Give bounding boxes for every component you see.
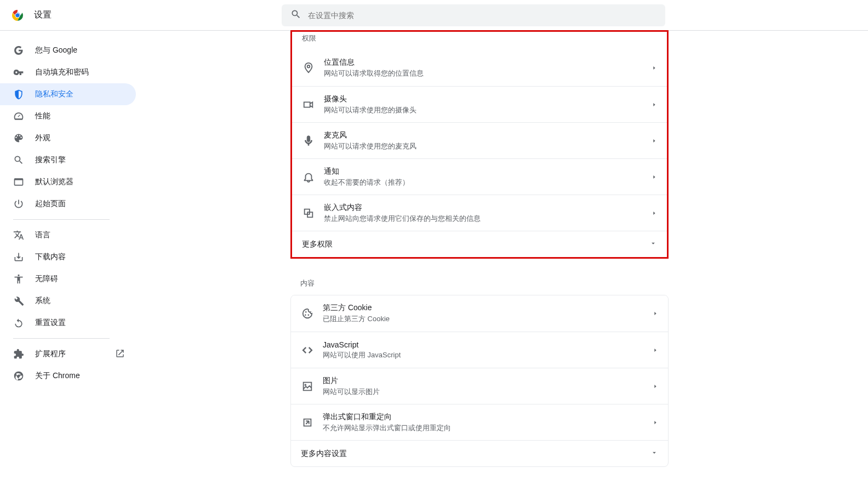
chevron-down-icon: [649, 240, 657, 249]
app-header: 设置: [0, 0, 868, 31]
nav-label: 语言: [35, 230, 50, 240]
sidebar-item-downloads[interactable]: 下载内容: [0, 246, 136, 268]
nav-label: 外观: [35, 133, 50, 143]
more-permissions-expand[interactable]: 更多权限: [292, 231, 667, 257]
permissions-section-highlighted: 权限 位置信息 网站可以请求取得您的位置信息 摄像头 网站可以请求使用您的摄像头: [290, 30, 669, 259]
nav-label: 您与 Google: [35, 45, 77, 55]
embedded-content-icon: [302, 207, 315, 220]
chevron-right-icon: [653, 418, 658, 427]
sidebar-item-appearance[interactable]: 外观: [0, 127, 136, 149]
location-pin-icon: [302, 61, 315, 75]
setting-third-party-cookie[interactable]: 第三方 Cookie 已阻止第三方 Cookie: [291, 295, 668, 332]
setting-microphone[interactable]: 麦克风 网站可以请求使用您的麦克风: [292, 122, 667, 158]
power-icon: [13, 198, 24, 209]
permissions-header: 权限: [292, 32, 667, 50]
svg-point-6: [308, 315, 309, 316]
row-title: 图片: [323, 376, 653, 386]
main-content: 权限 位置信息 网站可以请求取得您的位置信息 摄像头 网站可以请求使用您的摄像头: [142, 31, 868, 496]
nav-label: 系统: [35, 296, 50, 306]
row-subtitle: 网站可以使用 JavaScript: [323, 350, 653, 360]
sidebar-item-search-engine[interactable]: 搜索引擎: [0, 149, 136, 171]
accessibility-icon: [13, 273, 24, 284]
nav-label: 隐私和安全: [35, 89, 73, 99]
svg-point-4: [305, 311, 306, 312]
expand-label: 更多内容设置: [301, 449, 347, 459]
more-content-expand[interactable]: 更多内容设置: [291, 440, 668, 466]
nav-label: 关于 Chrome: [35, 371, 80, 381]
chrome-logo-icon: [11, 9, 24, 22]
row-subtitle: 网站可以请求使用您的摄像头: [324, 105, 652, 115]
cookie-icon: [301, 307, 314, 320]
svg-point-2: [16, 13, 20, 17]
nav-label: 起始页面: [35, 199, 66, 209]
chevron-right-icon: [653, 309, 658, 318]
row-subtitle: 网站可以显示图片: [323, 387, 653, 397]
sidebar-item-extensions[interactable]: 扩展程序: [0, 343, 136, 365]
row-title: 摄像头: [324, 94, 652, 104]
sidebar-nav: 您与 Google 自动填充和密码 隐私和安全 性能 外观 搜索引擎 默认浏览器: [0, 31, 142, 496]
browser-icon: [13, 176, 24, 187]
sidebar-item-about[interactable]: 关于 Chrome: [0, 365, 136, 387]
nav-label: 搜索引擎: [35, 155, 66, 165]
extension-icon: [13, 349, 24, 360]
wrench-icon: [13, 295, 24, 306]
chrome-icon: [13, 370, 24, 381]
sidebar-item-accessibility[interactable]: 无障碍: [0, 268, 136, 290]
microphone-icon: [302, 134, 315, 147]
bell-icon: [302, 170, 315, 184]
shield-icon: [13, 89, 24, 100]
camera-icon: [302, 98, 315, 111]
row-subtitle: 网站可以请求使用您的麦克风: [324, 141, 652, 151]
nav-divider: [13, 219, 110, 220]
search-icon: [13, 155, 24, 166]
nav-divider: [13, 338, 110, 339]
nav-label: 无障碍: [35, 274, 58, 284]
sidebar-item-performance[interactable]: 性能: [0, 105, 136, 127]
row-title: 弹出式窗口和重定向: [323, 412, 653, 422]
search-box[interactable]: [282, 4, 665, 26]
setting-javascript[interactable]: JavaScript 网站可以使用 JavaScript: [291, 332, 668, 368]
chevron-right-icon: [652, 100, 657, 109]
chevron-right-icon: [653, 382, 658, 391]
nav-label: 自动填充和密码: [35, 67, 89, 77]
search-input[interactable]: [308, 11, 656, 20]
row-title: 第三方 Cookie: [323, 303, 653, 313]
expand-label: 更多权限: [302, 240, 333, 249]
image-icon: [301, 380, 314, 393]
sidebar-item-you-and-google[interactable]: 您与 Google: [0, 39, 136, 61]
speedometer-icon: [13, 111, 24, 122]
svg-point-3: [307, 65, 310, 68]
chevron-right-icon: [652, 136, 657, 145]
sidebar-item-startup[interactable]: 起始页面: [0, 193, 136, 215]
row-title: 通知: [324, 167, 652, 176]
download-icon: [13, 252, 24, 263]
setting-images[interactable]: 图片 网站可以显示图片: [291, 368, 668, 404]
chevron-right-icon: [652, 64, 657, 72]
sidebar-item-languages[interactable]: 语言: [0, 224, 136, 246]
row-subtitle: 收起不需要的请求（推荐）: [324, 178, 652, 187]
translate-icon: [13, 230, 24, 241]
sidebar-item-default-browser[interactable]: 默认浏览器: [0, 171, 136, 193]
popup-icon: [301, 416, 314, 429]
code-icon: [301, 344, 314, 357]
setting-location[interactable]: 位置信息 网站可以请求取得您的位置信息: [292, 50, 667, 86]
setting-popups[interactable]: 弹出式窗口和重定向 不允许网站显示弹出式窗口或使用重定向: [291, 404, 668, 440]
nav-label: 默认浏览器: [35, 177, 73, 187]
nav-label: 重置设置: [35, 318, 66, 328]
sidebar-item-privacy[interactable]: 隐私和安全: [0, 83, 136, 105]
google-g-icon: [13, 45, 24, 56]
row-title: JavaScript: [323, 340, 653, 349]
row-title: 嵌入式内容: [324, 203, 652, 213]
sidebar-item-reset[interactable]: 重置设置: [0, 312, 136, 334]
svg-point-5: [305, 315, 306, 316]
key-icon: [13, 67, 24, 78]
row-title: 麦克风: [324, 130, 652, 140]
sidebar-item-autofill[interactable]: 自动填充和密码: [0, 61, 136, 83]
setting-notifications[interactable]: 通知 收起不需要的请求（推荐）: [292, 158, 667, 195]
sidebar-item-system[interactable]: 系统: [0, 290, 136, 312]
row-subtitle: 不允许网站显示弹出式窗口或使用重定向: [323, 423, 653, 433]
setting-embedded-content[interactable]: 嵌入式内容 禁止网站向您请求使用它们保存的与您相关的信息: [292, 195, 667, 231]
page-title: 设置: [34, 9, 52, 21]
nav-label: 扩展程序: [35, 349, 66, 359]
setting-camera[interactable]: 摄像头 网站可以请求使用您的摄像头: [292, 86, 667, 122]
